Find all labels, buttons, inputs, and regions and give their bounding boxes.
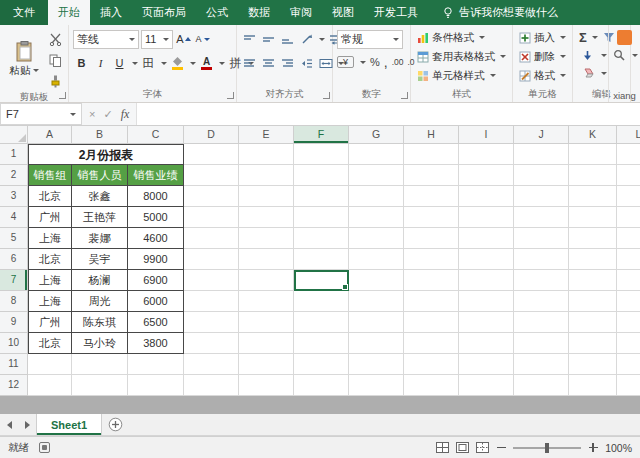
cell-J4[interactable] <box>514 207 569 228</box>
cell-D7[interactable] <box>184 270 239 291</box>
merge-center-icon[interactable] <box>317 55 334 72</box>
column-header-I[interactable]: I <box>459 126 514 143</box>
tab-home[interactable]: 开始 <box>48 0 90 25</box>
cell-L1[interactable] <box>617 144 640 165</box>
row-header-12[interactable]: 12 <box>0 375 28 396</box>
cut-icon[interactable] <box>47 31 64 48</box>
tab-view[interactable]: 视图 <box>322 0 364 25</box>
cell-E3[interactable] <box>239 186 294 207</box>
column-header-A[interactable]: A <box>28 126 72 143</box>
cell-G5[interactable] <box>349 228 404 249</box>
cell-D1[interactable] <box>184 144 239 165</box>
cell-L11[interactable] <box>617 354 640 375</box>
cell-K11[interactable] <box>569 354 617 375</box>
cell-E7[interactable] <box>239 270 294 291</box>
cell-J9[interactable] <box>514 312 569 333</box>
row-header-7[interactable]: 7 <box>0 270 28 291</box>
cell-B3[interactable]: 张鑫 <box>72 186 128 207</box>
tell-me-box[interactable]: 告诉我你想要做什么 <box>442 0 558 25</box>
cell-B7[interactable]: 杨澜 <box>72 270 128 291</box>
cell-K8[interactable] <box>569 291 617 312</box>
tab-page-layout[interactable]: 页面布局 <box>132 0 196 25</box>
cell-E11[interactable] <box>239 354 294 375</box>
cell-B12[interactable] <box>72 375 128 396</box>
page-break-view-icon[interactable] <box>476 442 489 453</box>
column-header-E[interactable]: E <box>239 126 294 143</box>
cell-G1[interactable] <box>349 144 404 165</box>
italic-button[interactable]: I <box>92 55 109 72</box>
cell-G4[interactable] <box>349 207 404 228</box>
cell-E6[interactable] <box>239 249 294 270</box>
cell-I12[interactable] <box>459 375 514 396</box>
cell-D4[interactable] <box>184 207 239 228</box>
cell-K6[interactable] <box>569 249 617 270</box>
insert-cells-button[interactable]: 插入 <box>517 28 568 47</box>
format-as-table-button[interactable]: 套用表格格式 <box>415 47 508 66</box>
cell-L9[interactable] <box>617 312 640 333</box>
cell-A3[interactable]: 北京 <box>28 186 72 207</box>
row-header-5[interactable]: 5 <box>0 228 28 249</box>
cell-K12[interactable] <box>569 375 617 396</box>
add-sheet-button[interactable] <box>102 414 128 435</box>
name-box[interactable]: F7 <box>0 103 82 125</box>
cell-A10[interactable]: 北京 <box>28 333 72 354</box>
row-header-11[interactable]: 11 <box>0 354 28 375</box>
fill-color-icon[interactable] <box>169 55 186 72</box>
cell-A12[interactable] <box>28 375 72 396</box>
cell-styles-button[interactable]: 单元格样式 <box>415 66 508 85</box>
cell-L5[interactable] <box>617 228 640 249</box>
sheet-nav-left-icon[interactable] <box>0 414 18 435</box>
cell-F8[interactable] <box>294 291 349 312</box>
cell-B6[interactable]: 吴宇 <box>72 249 128 270</box>
column-header-G[interactable]: G <box>349 126 404 143</box>
middle-align-icon[interactable] <box>260 31 277 48</box>
zoom-level[interactable]: 100% <box>605 442 632 454</box>
cell-I9[interactable] <box>459 312 514 333</box>
cell-D11[interactable] <box>184 354 239 375</box>
column-header-B[interactable]: B <box>72 126 128 143</box>
cell-E2[interactable] <box>239 165 294 186</box>
cell-G7[interactable] <box>349 270 404 291</box>
cell-A5[interactable]: 上海 <box>28 228 72 249</box>
cell-I1[interactable] <box>459 144 514 165</box>
cell-L10[interactable] <box>617 333 640 354</box>
dialog-launcher-icon[interactable] <box>401 92 408 99</box>
cell-J1[interactable] <box>514 144 569 165</box>
top-align-icon[interactable] <box>241 31 258 48</box>
cell-J10[interactable] <box>514 333 569 354</box>
align-right-icon[interactable] <box>279 55 296 72</box>
cell-H6[interactable] <box>404 249 459 270</box>
cell-B5[interactable]: 裴娜 <box>72 228 128 249</box>
dialog-launcher-icon[interactable] <box>227 92 234 99</box>
borders-icon[interactable]: 田 <box>140 55 157 72</box>
macro-record-icon[interactable] <box>39 442 50 453</box>
cell-E5[interactable] <box>239 228 294 249</box>
cell-B10[interactable]: 马小玲 <box>72 333 128 354</box>
cell-C3[interactable]: 8000 <box>128 186 184 207</box>
cell-C12[interactable] <box>128 375 184 396</box>
increase-decimal-icon[interactable]: .00 <box>392 57 404 67</box>
cell-C9[interactable]: 6500 <box>128 312 184 333</box>
column-header-F[interactable]: F <box>294 126 349 143</box>
sheet-tab-sheet1[interactable]: Sheet1 <box>36 414 102 435</box>
cell-C7[interactable]: 6900 <box>128 270 184 291</box>
zoom-out-button[interactable] <box>496 443 506 453</box>
delete-cells-button[interactable]: 删除 <box>517 47 568 66</box>
cell-K4[interactable] <box>569 207 617 228</box>
cell-A2[interactable]: 销售组 <box>28 165 72 186</box>
cell-F3[interactable] <box>294 186 349 207</box>
decrease-indent-icon[interactable] <box>298 55 315 72</box>
copy-icon[interactable] <box>47 52 64 69</box>
format-cells-button[interactable]: 格式 <box>517 66 568 85</box>
cell-C10[interactable]: 3800 <box>128 333 184 354</box>
column-header-J[interactable]: J <box>514 126 569 143</box>
normal-view-icon[interactable] <box>436 442 449 453</box>
cell-H2[interactable] <box>404 165 459 186</box>
column-header-K[interactable]: K <box>569 126 617 143</box>
cell-I8[interactable] <box>459 291 514 312</box>
cell-E1[interactable] <box>239 144 294 165</box>
column-header-H[interactable]: H <box>404 126 459 143</box>
cell-H12[interactable] <box>404 375 459 396</box>
bottom-align-icon[interactable] <box>279 31 296 48</box>
cell-D8[interactable] <box>184 291 239 312</box>
